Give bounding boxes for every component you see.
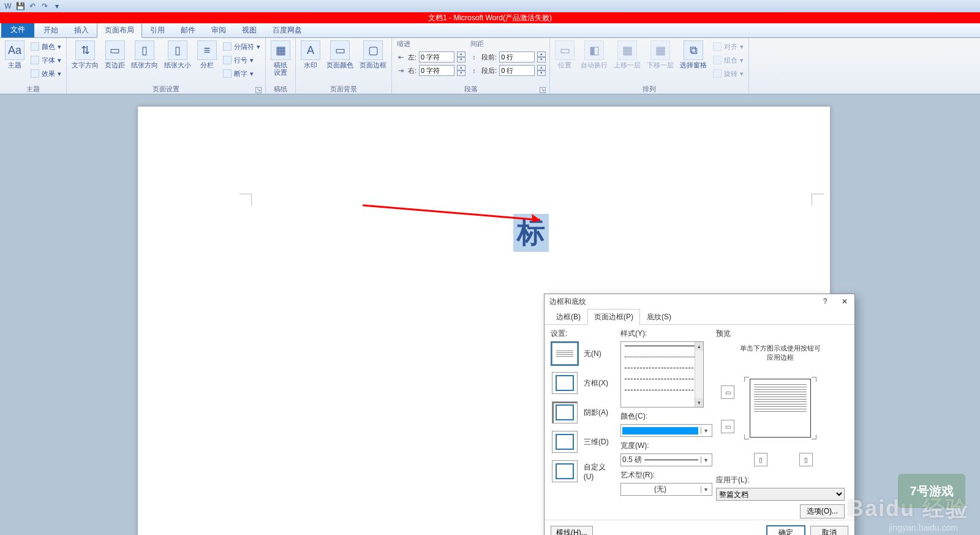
tab-mailings[interactable]: 邮件 bbox=[173, 22, 203, 37]
preview-top-border-button[interactable]: ▭ bbox=[721, 385, 734, 399]
rotate-icon bbox=[713, 69, 722, 78]
width-combo[interactable]: 0.5 磅▾ bbox=[620, 453, 712, 466]
indent-title: 缩进 bbox=[396, 39, 466, 50]
preview-box: ▭ ▭ ▯ ▯ bbox=[716, 368, 845, 448]
tab-file[interactable]: 文件 bbox=[1, 21, 34, 37]
wrap-button[interactable]: ◧自动换行 bbox=[578, 39, 610, 70]
tab-page-layout[interactable]: 页面布局 bbox=[97, 22, 142, 38]
chevron-down-icon: ▾ bbox=[701, 457, 710, 463]
hyphen-icon bbox=[223, 69, 232, 78]
dialog-close-button[interactable]: ✕ bbox=[837, 296, 852, 307]
save-icon[interactable]: 💾 bbox=[15, 1, 26, 11]
setting-none-icon bbox=[552, 343, 578, 365]
indent-left-input[interactable] bbox=[419, 51, 454, 63]
dialog-tab-border[interactable]: 边框(B) bbox=[549, 309, 587, 325]
manuscript-button[interactable]: ▦稿纸 设置 bbox=[268, 39, 293, 77]
page-border-button[interactable]: ▢页面边框 bbox=[357, 39, 389, 70]
document-text[interactable]: 标 bbox=[513, 214, 549, 252]
orientation-button[interactable]: ▯纸张方向 bbox=[129, 39, 160, 70]
paragraph-launcher[interactable]: ↘ bbox=[540, 87, 546, 93]
setting-shadow[interactable]: 阴影(A) bbox=[551, 400, 617, 425]
preview-bottom-border-button[interactable]: ▭ bbox=[721, 420, 734, 433]
style-label: 样式(Y): bbox=[620, 328, 712, 339]
art-combo[interactable]: (无)▾ bbox=[620, 483, 712, 496]
color-combo[interactable]: ▾ bbox=[620, 424, 712, 437]
setting-custom[interactable]: 自定义(U) bbox=[551, 459, 617, 484]
ribbon-tabs: 文件 开始 插入 页面布局 引用 邮件 审阅 视图 百度网盘 bbox=[0, 23, 980, 38]
forward-button[interactable]: ▦上移一层 bbox=[611, 39, 643, 70]
ok-button[interactable]: 确定 bbox=[766, 525, 805, 535]
tab-view[interactable]: 视图 bbox=[234, 22, 265, 37]
theme-fonts-button[interactable]: 字体 ▾ bbox=[29, 54, 62, 66]
group-label-paragraph: 段落↘ bbox=[394, 85, 547, 94]
preview-page[interactable] bbox=[750, 379, 811, 438]
style-listbox[interactable]: ▴▾ bbox=[620, 341, 704, 408]
hyphenation-button[interactable]: 断字 ▾ bbox=[222, 67, 262, 80]
breaks-button[interactable]: 分隔符 ▾ bbox=[222, 40, 262, 53]
position-button[interactable]: ▭位置 bbox=[552, 39, 577, 70]
style-column: 样式(Y): ▴▾ 颜色(C): ▾ 宽度(W): 0.5 磅▾ 艺术型(R):… bbox=[620, 328, 712, 518]
preview-corner-bl bbox=[744, 434, 749, 439]
color-swatch bbox=[622, 427, 698, 434]
space-before-icon: ↕ bbox=[469, 53, 479, 61]
setting-box[interactable]: 方框(X) bbox=[551, 371, 617, 395]
indent-right-spinner[interactable]: ▴▾ bbox=[457, 65, 466, 76]
page-setup-launcher[interactable]: ↘ bbox=[255, 87, 262, 93]
orientation-icon: ▯ bbox=[135, 40, 154, 60]
group-label-page-bg: 页面背景 bbox=[298, 85, 389, 94]
space-before-spinner[interactable]: ▴▾ bbox=[537, 51, 546, 63]
preview-left-border-button[interactable]: ▯ bbox=[754, 453, 767, 466]
page-color-icon: ▭ bbox=[330, 40, 350, 60]
group-button[interactable]: 组合 ▾ bbox=[712, 54, 745, 66]
theme-effects-button[interactable]: 效果 ▾ bbox=[29, 67, 62, 80]
tab-review[interactable]: 审阅 bbox=[203, 22, 234, 37]
space-after-spinner[interactable]: ▴▾ bbox=[537, 65, 546, 76]
breaks-icon bbox=[223, 42, 232, 51]
tab-baidu[interactable]: 百度网盘 bbox=[265, 22, 310, 37]
line-numbers-button[interactable]: 行号 ▾ bbox=[222, 54, 262, 66]
preview-corner-br bbox=[812, 434, 816, 439]
setting-custom-icon bbox=[552, 460, 578, 482]
align-button[interactable]: 对齐 ▾ bbox=[712, 40, 745, 53]
space-after-icon: ↕ bbox=[469, 66, 479, 75]
cancel-button[interactable]: 取消 bbox=[810, 526, 848, 535]
horizontal-line-button[interactable]: 横线(H)... bbox=[551, 526, 593, 535]
preview-right-border-button[interactable]: ▯ bbox=[799, 453, 813, 466]
qat-more-icon[interactable]: ▾ bbox=[51, 1, 62, 11]
tab-references[interactable]: 引用 bbox=[142, 22, 173, 37]
setting-3d[interactable]: 三维(D) bbox=[551, 430, 617, 454]
word-icon: W bbox=[2, 1, 13, 11]
preview-hint: 单击下方图示或使用按钮可 应用边框 bbox=[716, 344, 845, 362]
selection-pane-button[interactable]: ⧉选择窗格 bbox=[677, 39, 709, 70]
setting-none[interactable]: 无(N) bbox=[551, 341, 617, 366]
text-direction-button[interactable]: ⇅文字方向 bbox=[69, 39, 101, 70]
dialog-title-bar[interactable]: 边框和底纹 ? ✕ bbox=[545, 294, 854, 309]
dialog-tab-page-border[interactable]: 页面边框(P) bbox=[587, 309, 640, 325]
size-button[interactable]: ▯纸张大小 bbox=[162, 39, 194, 70]
tab-home[interactable]: 开始 bbox=[36, 22, 66, 37]
margins-icon: ▭ bbox=[105, 40, 125, 60]
redo-icon[interactable]: ↷ bbox=[39, 1, 50, 11]
indent-right-input[interactable] bbox=[419, 65, 454, 76]
style-scrollbar[interactable]: ▴▾ bbox=[695, 342, 703, 407]
align-icon bbox=[713, 42, 722, 51]
margins-button[interactable]: ▭页边距 bbox=[102, 39, 127, 70]
undo-icon[interactable]: ↶ bbox=[27, 1, 38, 11]
effects-icon bbox=[31, 69, 39, 78]
options-button[interactable]: 选项(O)... bbox=[800, 504, 845, 518]
backward-button[interactable]: ▦下移一层 bbox=[644, 39, 676, 70]
dialog-help-button[interactable]: ? bbox=[818, 296, 832, 307]
columns-button[interactable]: ≡分栏 bbox=[195, 39, 219, 70]
space-before-input[interactable] bbox=[499, 51, 535, 63]
themes-button[interactable]: Aa 主题 bbox=[2, 39, 27, 70]
watermark-button[interactable]: A水印 bbox=[298, 39, 323, 70]
space-after-input[interactable] bbox=[499, 65, 535, 76]
theme-colors-button[interactable]: 颜色 ▾ bbox=[29, 40, 62, 53]
indent-left-icon: ⇤ bbox=[396, 53, 405, 61]
tab-insert[interactable]: 插入 bbox=[66, 22, 97, 37]
page-color-button[interactable]: ▭页面颜色 bbox=[324, 39, 356, 70]
dialog-tab-shading[interactable]: 底纹(S) bbox=[640, 309, 678, 325]
apply-to-select[interactable]: 整篇文档 bbox=[716, 488, 845, 501]
rotate-button[interactable]: 旋转 ▾ bbox=[712, 67, 745, 80]
indent-left-spinner[interactable]: ▴▾ bbox=[457, 51, 466, 63]
